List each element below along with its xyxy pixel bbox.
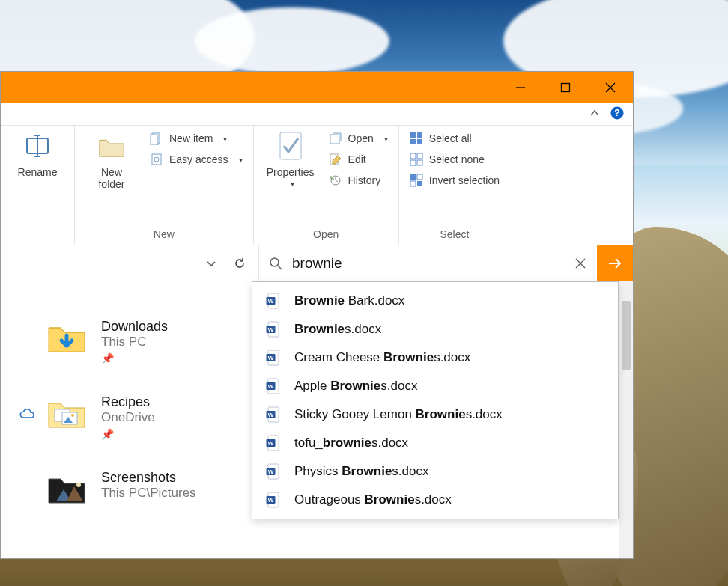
- edit-button[interactable]: Edit: [329, 153, 388, 166]
- svg-rect-27: [417, 174, 422, 180]
- svg-rect-22: [410, 153, 416, 159]
- suggestion-item[interactable]: WApple Brownies.docx: [252, 372, 618, 400]
- word-document-icon: W: [266, 435, 281, 451]
- svg-line-31: [278, 266, 282, 269]
- select-all-button[interactable]: Select all: [410, 132, 500, 145]
- suggestion-text: Apple Brownies.docx: [294, 379, 417, 394]
- svg-rect-29: [417, 181, 422, 186]
- suggestion-item[interactable]: WBrownies.docx: [252, 315, 618, 344]
- suggestion-text: Cream Cheese Brownies.docx: [294, 350, 470, 365]
- svg-rect-18: [410, 132, 416, 138]
- scrollbar[interactable]: [619, 281, 633, 558]
- word-document-icon: W: [266, 321, 281, 338]
- word-document-icon: W: [266, 378, 281, 394]
- pin-icon: 📌: [101, 428, 155, 440]
- file-explorer-window: ? Rename New folder: [0, 71, 634, 559]
- select-all-icon: [410, 132, 423, 145]
- folder-icon: [46, 470, 88, 507]
- folder-item[interactable]: Screenshots This PC\Pictures: [46, 470, 240, 507]
- svg-text:W: W: [268, 355, 274, 361]
- invert-selection-icon: [410, 174, 423, 187]
- svg-rect-20: [410, 139, 416, 144]
- nav-row: [1, 245, 633, 281]
- address-bar[interactable]: [1, 245, 258, 281]
- search-icon: [259, 257, 292, 270]
- edit-icon: [329, 153, 342, 166]
- search-box: [258, 245, 633, 281]
- scrollbar-thumb[interactable]: [622, 301, 631, 370]
- svg-rect-23: [417, 153, 422, 159]
- history-icon: [329, 174, 342, 187]
- svg-rect-1: [562, 84, 570, 92]
- new-folder-button[interactable]: New folder: [85, 130, 138, 190]
- svg-text:W: W: [268, 383, 274, 390]
- svg-point-41: [76, 483, 81, 487]
- suggestion-item[interactable]: WPhysics Brownies.docx: [252, 457, 618, 486]
- suggestion-item[interactable]: WBrownie Bark.docx: [252, 287, 618, 315]
- folder-location: OneDrive: [101, 410, 155, 425]
- maximize-button[interactable]: [543, 72, 588, 103]
- ribbon-header: ?: [1, 103, 633, 126]
- svg-rect-25: [417, 160, 422, 165]
- help-icon[interactable]: ?: [610, 106, 624, 122]
- chevron-down-icon: ▾: [384, 135, 388, 143]
- folder-item[interactable]: Downloads This PC📌: [46, 319, 240, 364]
- rename-button[interactable]: Rename: [11, 130, 64, 178]
- clear-search-icon[interactable]: [564, 258, 597, 269]
- svg-rect-12: [152, 154, 161, 165]
- suggestion-text: Outrageous Brownies.docx: [294, 492, 452, 507]
- svg-point-30: [270, 258, 279, 266]
- group-open-label: Open: [264, 225, 388, 243]
- ribbon-collapse-icon[interactable]: [589, 108, 600, 120]
- cloud-status-icon: [19, 408, 35, 422]
- suggestion-item[interactable]: WSticky Gooey Lemon Brownies.docx: [252, 400, 618, 429]
- chevron-down-icon: ▾: [223, 135, 227, 143]
- properties-button[interactable]: Properties ▾: [264, 130, 317, 188]
- folder-location: This PC: [101, 335, 168, 350]
- svg-text:W: W: [268, 469, 274, 475]
- suggestion-item[interactable]: WCream Cheese Brownies.docx: [252, 344, 618, 372]
- new-item-button[interactable]: New item ▾: [150, 132, 243, 145]
- suggestion-text: tofu_brownies.docx: [294, 436, 408, 451]
- folder-item[interactable]: Recipes OneDrive📌: [46, 394, 240, 440]
- properties-icon: [275, 130, 306, 162]
- svg-text:W: W: [268, 440, 274, 447]
- search-input[interactable]: [292, 245, 564, 281]
- close-button[interactable]: [588, 72, 633, 103]
- properties-label: Properties: [267, 166, 315, 178]
- svg-rect-26: [410, 174, 416, 180]
- easy-access-button[interactable]: Easy access ▾: [150, 153, 243, 166]
- select-none-button[interactable]: Select none: [410, 153, 500, 166]
- minimize-button[interactable]: [498, 72, 543, 103]
- folder-name: Screenshots: [101, 470, 196, 486]
- suggestion-text: Sticky Gooey Lemon Brownies.docx: [294, 407, 503, 422]
- results-panel: Downloads This PC📌 Recipes OneDrive📌 Scr…: [1, 281, 248, 558]
- suggestion-item[interactable]: Wtofu_brownies.docx: [252, 429, 618, 457]
- invert-selection-button[interactable]: Invert selection: [410, 174, 500, 187]
- open-icon: [329, 132, 342, 145]
- history-button[interactable]: History: [329, 174, 388, 187]
- new-folder-label: New folder: [98, 166, 124, 190]
- svg-rect-19: [417, 132, 422, 138]
- select-none-icon: [410, 153, 423, 166]
- word-document-icon: W: [266, 463, 281, 480]
- folder-icon: [46, 319, 88, 356]
- svg-rect-11: [151, 135, 158, 145]
- easy-access-icon: [150, 153, 163, 166]
- suggestion-item[interactable]: WOutrageous Brownies.docx: [252, 486, 618, 514]
- search-submit-button[interactable]: [597, 245, 633, 281]
- rename-icon: [22, 130, 53, 162]
- word-document-icon: W: [266, 293, 281, 309]
- suggestion-text: Physics Brownies.docx: [294, 464, 429, 479]
- group-select-label: Select: [410, 225, 500, 243]
- address-dropdown-icon[interactable]: [197, 249, 225, 278]
- word-document-icon: W: [266, 406, 281, 423]
- chevron-down-icon: ▾: [291, 180, 294, 188]
- rename-label: Rename: [18, 166, 58, 178]
- svg-text:W: W: [268, 412, 274, 418]
- chevron-down-icon: ▾: [239, 156, 243, 164]
- suggestion-text: Brownies.docx: [294, 322, 381, 337]
- open-button[interactable]: Open ▾: [329, 132, 388, 145]
- word-document-icon: W: [266, 350, 281, 366]
- refresh-icon[interactable]: [225, 249, 254, 278]
